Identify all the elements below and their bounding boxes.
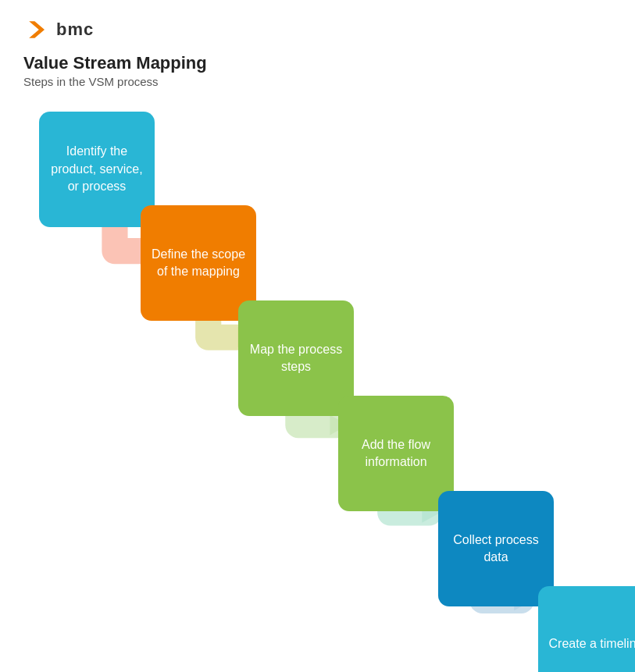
step-4-box: Add the flow information — [338, 396, 454, 511]
step-1-box: Identify the product, service, or proces… — [39, 112, 155, 227]
step-3-label: Map the process steps — [248, 341, 344, 376]
step-2-box: Define the scope of the mapping — [141, 205, 256, 321]
header: bmc — [23, 16, 612, 44]
svg-marker-0 — [29, 21, 45, 38]
bmc-icon — [23, 16, 52, 44]
steps-container: Identify the product, service, or proces… — [31, 112, 617, 658]
page-subtitle: Steps in the VSM process — [23, 75, 612, 88]
step-4-label: Add the flow information — [348, 436, 444, 471]
page-title: Value Stream Mapping — [23, 53, 612, 73]
step-1-label: Identify the product, service, or proces… — [48, 143, 145, 195]
title-section: Value Stream Mapping Steps in the VSM pr… — [23, 53, 612, 88]
bmc-logo-text: bmc — [56, 20, 94, 40]
step-6-box: Create a timeline — [538, 586, 635, 672]
step-5-label: Collect process data — [448, 532, 544, 567]
bmc-logo: bmc — [23, 16, 94, 44]
step-2-label: Define the scope of the mapping — [150, 246, 247, 281]
step-3-box: Map the process steps — [238, 300, 354, 416]
step-6-label: Create a timeline — [549, 635, 635, 652]
step-5-box: Collect process data — [438, 491, 554, 606]
